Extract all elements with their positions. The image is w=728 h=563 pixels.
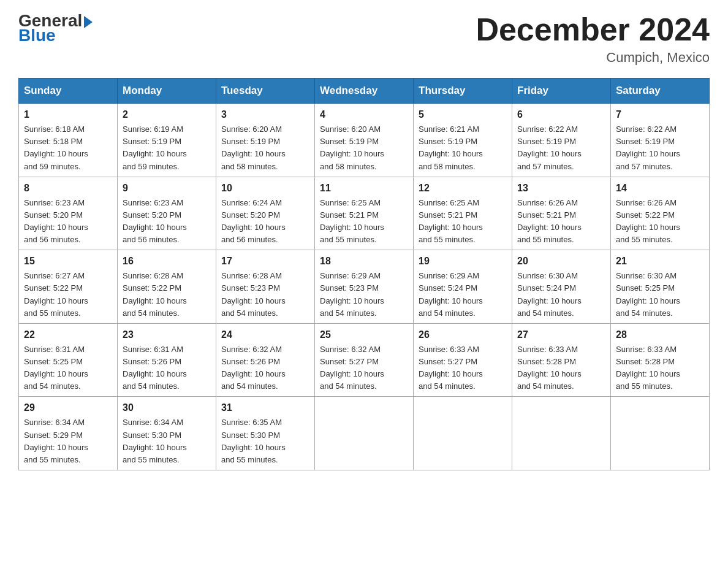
day-info: Sunrise: 6:29 AMSunset: 5:24 PMDaylight:… xyxy=(419,270,507,320)
day-number: 6 xyxy=(517,107,605,122)
logo-triangle-icon xyxy=(84,16,93,28)
calendar-day-cell: 2Sunrise: 6:19 AMSunset: 5:19 PMDaylight… xyxy=(118,104,216,177)
day-info: Sunrise: 6:32 AMSunset: 5:26 PMDaylight:… xyxy=(221,343,309,393)
day-number: 1 xyxy=(24,107,112,122)
day-info: Sunrise: 6:20 AMSunset: 5:19 PMDaylight:… xyxy=(320,123,408,173)
day-number: 21 xyxy=(616,254,704,269)
day-number: 18 xyxy=(320,254,408,269)
empty-cell xyxy=(315,397,414,470)
day-number: 8 xyxy=(24,181,112,196)
day-number: 5 xyxy=(419,107,507,122)
calendar-day-cell: 13Sunrise: 6:26 AMSunset: 5:21 PMDayligh… xyxy=(512,177,611,250)
day-info: Sunrise: 6:30 AMSunset: 5:24 PMDaylight:… xyxy=(517,270,605,320)
calendar-day-cell: 29Sunrise: 6:34 AMSunset: 5:29 PMDayligh… xyxy=(19,397,118,470)
day-info: Sunrise: 6:34 AMSunset: 5:30 PMDaylight:… xyxy=(123,416,211,466)
day-number: 10 xyxy=(221,181,309,196)
day-info: Sunrise: 6:21 AMSunset: 5:19 PMDaylight:… xyxy=(419,123,507,173)
calendar-week-row: 8Sunrise: 6:23 AMSunset: 5:20 PMDaylight… xyxy=(19,177,710,250)
day-of-week-header: Monday xyxy=(118,79,216,104)
day-number: 2 xyxy=(123,107,211,122)
day-number: 27 xyxy=(517,327,605,342)
day-info: Sunrise: 6:23 AMSunset: 5:20 PMDaylight:… xyxy=(123,197,211,247)
calendar-header-row: SundayMondayTuesdayWednesdayThursdayFrid… xyxy=(19,79,710,104)
calendar-day-cell: 8Sunrise: 6:23 AMSunset: 5:20 PMDaylight… xyxy=(19,177,118,250)
day-number: 7 xyxy=(616,107,704,122)
calendar-day-cell: 5Sunrise: 6:21 AMSunset: 5:19 PMDaylight… xyxy=(414,104,512,177)
day-info: Sunrise: 6:25 AMSunset: 5:21 PMDaylight:… xyxy=(320,197,408,247)
day-info: Sunrise: 6:30 AMSunset: 5:25 PMDaylight:… xyxy=(616,270,704,320)
day-info: Sunrise: 6:19 AMSunset: 5:19 PMDaylight:… xyxy=(123,123,211,173)
day-number: 24 xyxy=(221,327,309,342)
calendar-day-cell: 9Sunrise: 6:23 AMSunset: 5:20 PMDaylight… xyxy=(118,177,216,250)
calendar-day-cell: 19Sunrise: 6:29 AMSunset: 5:24 PMDayligh… xyxy=(414,250,512,324)
day-info: Sunrise: 6:33 AMSunset: 5:28 PMDaylight:… xyxy=(517,343,605,393)
calendar-day-cell: 18Sunrise: 6:29 AMSunset: 5:23 PMDayligh… xyxy=(315,250,414,324)
day-number: 4 xyxy=(320,107,408,122)
calendar-day-cell: 27Sunrise: 6:33 AMSunset: 5:28 PMDayligh… xyxy=(512,323,611,397)
calendar-week-row: 15Sunrise: 6:27 AMSunset: 5:22 PMDayligh… xyxy=(19,250,710,324)
calendar-day-cell: 11Sunrise: 6:25 AMSunset: 5:21 PMDayligh… xyxy=(315,177,414,250)
day-info: Sunrise: 6:31 AMSunset: 5:25 PMDaylight:… xyxy=(24,343,112,393)
calendar-day-cell: 7Sunrise: 6:22 AMSunset: 5:19 PMDaylight… xyxy=(611,104,710,177)
logo: General Blue xyxy=(18,12,93,44)
day-number: 28 xyxy=(616,327,704,342)
calendar-day-cell: 24Sunrise: 6:32 AMSunset: 5:26 PMDayligh… xyxy=(216,323,315,397)
day-number: 12 xyxy=(419,181,507,196)
day-number: 11 xyxy=(320,181,408,196)
calendar-table: SundayMondayTuesdayWednesdayThursdayFrid… xyxy=(18,78,710,470)
empty-cell xyxy=(611,397,710,470)
day-info: Sunrise: 6:28 AMSunset: 5:23 PMDaylight:… xyxy=(221,270,309,320)
day-of-week-header: Sunday xyxy=(19,79,118,104)
calendar-day-cell: 31Sunrise: 6:35 AMSunset: 5:30 PMDayligh… xyxy=(216,397,315,470)
day-info: Sunrise: 6:23 AMSunset: 5:20 PMDaylight:… xyxy=(24,197,112,247)
day-number: 14 xyxy=(616,181,704,196)
day-number: 3 xyxy=(221,107,309,122)
calendar-week-row: 29Sunrise: 6:34 AMSunset: 5:29 PMDayligh… xyxy=(19,397,710,470)
calendar-week-row: 1Sunrise: 6:18 AMSunset: 5:18 PMDaylight… xyxy=(19,104,710,177)
day-number: 23 xyxy=(123,327,211,342)
day-info: Sunrise: 6:18 AMSunset: 5:18 PMDaylight:… xyxy=(24,123,112,173)
calendar-day-cell: 10Sunrise: 6:24 AMSunset: 5:20 PMDayligh… xyxy=(216,177,315,250)
calendar-day-cell: 17Sunrise: 6:28 AMSunset: 5:23 PMDayligh… xyxy=(216,250,315,324)
day-number: 9 xyxy=(123,181,211,196)
calendar-day-cell: 30Sunrise: 6:34 AMSunset: 5:30 PMDayligh… xyxy=(118,397,216,470)
calendar-day-cell: 28Sunrise: 6:33 AMSunset: 5:28 PMDayligh… xyxy=(611,323,710,397)
day-number: 19 xyxy=(419,254,507,269)
day-info: Sunrise: 6:26 AMSunset: 5:22 PMDaylight:… xyxy=(616,197,704,247)
day-info: Sunrise: 6:34 AMSunset: 5:29 PMDaylight:… xyxy=(24,416,112,466)
day-info: Sunrise: 6:32 AMSunset: 5:27 PMDaylight:… xyxy=(320,343,408,393)
calendar-day-cell: 25Sunrise: 6:32 AMSunset: 5:27 PMDayligh… xyxy=(315,323,414,397)
day-info: Sunrise: 6:29 AMSunset: 5:23 PMDaylight:… xyxy=(320,270,408,320)
day-number: 22 xyxy=(24,327,112,342)
day-info: Sunrise: 6:35 AMSunset: 5:30 PMDaylight:… xyxy=(221,416,309,466)
day-number: 13 xyxy=(517,181,605,196)
day-number: 25 xyxy=(320,327,408,342)
day-info: Sunrise: 6:28 AMSunset: 5:22 PMDaylight:… xyxy=(123,270,211,320)
calendar-day-cell: 4Sunrise: 6:20 AMSunset: 5:19 PMDaylight… xyxy=(315,104,414,177)
calendar-day-cell: 15Sunrise: 6:27 AMSunset: 5:22 PMDayligh… xyxy=(19,250,118,324)
day-number: 20 xyxy=(517,254,605,269)
location-subtitle: Cumpich, Mexico xyxy=(476,50,710,66)
calendar-day-cell: 21Sunrise: 6:30 AMSunset: 5:25 PMDayligh… xyxy=(611,250,710,324)
day-number: 15 xyxy=(24,254,112,269)
day-number: 31 xyxy=(221,400,309,415)
page-header: General Blue December 2024 Cumpich, Mexi… xyxy=(18,12,710,66)
day-of-week-header: Thursday xyxy=(414,79,512,104)
day-info: Sunrise: 6:33 AMSunset: 5:28 PMDaylight:… xyxy=(616,343,704,393)
calendar-day-cell: 26Sunrise: 6:33 AMSunset: 5:27 PMDayligh… xyxy=(414,323,512,397)
day-info: Sunrise: 6:22 AMSunset: 5:19 PMDaylight:… xyxy=(517,123,605,173)
calendar-day-cell: 14Sunrise: 6:26 AMSunset: 5:22 PMDayligh… xyxy=(611,177,710,250)
day-info: Sunrise: 6:20 AMSunset: 5:19 PMDaylight:… xyxy=(221,123,309,173)
day-number: 16 xyxy=(123,254,211,269)
logo-blue-text: Blue xyxy=(18,27,93,44)
calendar-day-cell: 22Sunrise: 6:31 AMSunset: 5:25 PMDayligh… xyxy=(19,323,118,397)
day-of-week-header: Friday xyxy=(512,79,611,104)
day-info: Sunrise: 6:22 AMSunset: 5:19 PMDaylight:… xyxy=(616,123,704,173)
day-of-week-header: Saturday xyxy=(611,79,710,104)
day-info: Sunrise: 6:33 AMSunset: 5:27 PMDaylight:… xyxy=(419,343,507,393)
day-of-week-header: Tuesday xyxy=(216,79,315,104)
calendar-day-cell: 23Sunrise: 6:31 AMSunset: 5:26 PMDayligh… xyxy=(118,323,216,397)
day-info: Sunrise: 6:31 AMSunset: 5:26 PMDaylight:… xyxy=(123,343,211,393)
day-info: Sunrise: 6:25 AMSunset: 5:21 PMDaylight:… xyxy=(419,197,507,247)
month-year-title: December 2024 xyxy=(476,12,710,47)
